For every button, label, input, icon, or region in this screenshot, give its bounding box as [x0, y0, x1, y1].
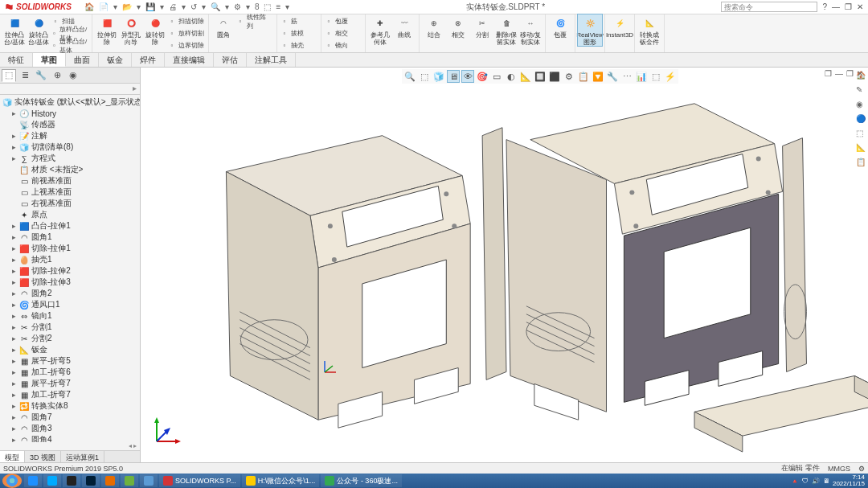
hud-button[interactable]: 🖥	[447, 70, 460, 83]
hud-button[interactable]: ⚡	[664, 70, 677, 83]
command-search-input[interactable]: 搜索命令	[721, 2, 817, 12]
ribbon-delete-body-button[interactable]: 🗑删除/保 留实体	[494, 14, 518, 46]
expand-icon[interactable]: ▸	[10, 334, 17, 342]
expand-icon[interactable]: ▸	[10, 278, 17, 286]
taskbar-item[interactable]	[140, 474, 158, 487]
close-button[interactable]: ✕	[857, 2, 863, 11]
tree-node[interactable]: ▸◠圆角1	[2, 232, 140, 243]
ribbon-small-button[interactable]: ▫边界切除	[167, 39, 206, 51]
hud-button[interactable]: ▭	[490, 70, 503, 83]
hud-button[interactable]: ⚙	[563, 70, 575, 83]
hud-button[interactable]: ◐	[505, 70, 518, 83]
status-settings-icon[interactable]: ⚙	[858, 465, 865, 473]
hud-button[interactable]: ⬚	[418, 70, 431, 83]
ribbon-small-button[interactable]: ▫包覆	[324, 15, 362, 27]
taskbar-item[interactable]	[121, 474, 138, 487]
tree-node[interactable]: ▸✂分割2	[2, 333, 140, 344]
hud-button[interactable]: 🔲	[534, 70, 547, 83]
task-pane-button[interactable]: 📋	[856, 158, 867, 169]
expand-icon[interactable]: ▸	[10, 256, 17, 264]
tree-scroll[interactable]: ◂ ▸	[0, 442, 140, 450]
manager-tab[interactable]: ≣	[18, 69, 32, 82]
expand-icon[interactable]: ▸	[10, 312, 17, 320]
ribbon-small-button[interactable]: ▫放样切割	[167, 27, 206, 39]
qat-button[interactable]: ▾	[137, 2, 141, 11]
task-pane-button[interactable]: 📐	[856, 143, 867, 154]
start-button[interactable]	[2, 474, 22, 488]
qat-button[interactable]: ▾	[113, 2, 117, 11]
task-pane-button[interactable]: 🔵	[856, 114, 867, 125]
task-pane-button[interactable]: ⬚	[856, 129, 867, 140]
hud-button[interactable]: 🔍	[403, 70, 416, 83]
ribbon-fillet-button[interactable]: ◠圆角	[211, 14, 235, 39]
tray-icon[interactable]: 🔊	[812, 478, 820, 485]
taskbar-item[interactable]	[82, 474, 100, 487]
tree-node[interactable]: ▸⇔镜向1	[2, 310, 140, 322]
ribbon-small-button[interactable]: ▫扫描切除	[167, 15, 206, 27]
ribbon-revolve-button[interactable]: 🔵旋转凸 台/基体	[27, 14, 51, 51]
tree-node[interactable]: ✦原点	[2, 209, 140, 220]
qat-button[interactable]: 🏠	[84, 2, 94, 11]
hud-button[interactable]: 🔽	[592, 70, 604, 83]
qat-button[interactable]: ⬚	[264, 2, 271, 11]
tree-node[interactable]: ▸▦展平-折弯7	[2, 378, 140, 389]
tree-node[interactable]: ▸🟥切除-拉伸1	[2, 243, 140, 254]
ribbon-tab-6[interactable]: 评估	[214, 53, 247, 67]
ribbon-tab-0[interactable]: 特征	[0, 53, 33, 67]
tree-node[interactable]: ▭上视基准面	[2, 187, 140, 198]
expand-icon[interactable]: ▸	[10, 379, 17, 388]
ribbon-small-button[interactable]: ▫线性阵 列	[235, 15, 274, 27]
hud-button[interactable]: ⬚	[649, 70, 662, 83]
hud-button[interactable]: 🧊	[432, 70, 445, 83]
ribbon-wrap-button[interactable]: 🌀包覆	[548, 14, 572, 39]
hud-button[interactable]: 🔧	[606, 70, 619, 83]
tree-node[interactable]: ▸∑方程式	[2, 153, 140, 164]
expand-icon[interactable]: ▸	[10, 413, 17, 421]
ribbon-realview-button[interactable]: 🔆RealView 图形	[578, 14, 602, 46]
qat-button[interactable]: ▾	[225, 2, 229, 11]
ribbon-curves-button[interactable]: 〰曲线	[392, 14, 416, 46]
tree-node[interactable]: ▸◠圆角3	[2, 423, 140, 434]
expand-icon[interactable]: ▸	[10, 368, 17, 376]
tree-node[interactable]: ▸◠圆角4	[2, 434, 140, 442]
status-units[interactable]: MMGS	[828, 465, 850, 473]
tree-node[interactable]: ▸🟥切除-拉伸3	[2, 277, 140, 288]
tree-node[interactable]: ▸▦展平-折弯5	[2, 355, 140, 367]
manager-tab[interactable]: ◉	[66, 69, 80, 82]
expand-icon[interactable]: ▸	[10, 301, 17, 309]
ribbon-tab-2[interactable]: 曲面	[66, 53, 99, 67]
tray-icon[interactable]: 🔺	[791, 478, 799, 485]
taskbar-item[interactable]: 公众号 - 360极速...	[321, 474, 402, 487]
ribbon-instant3d-button[interactable]: ⚡Instant3D	[608, 14, 632, 39]
expand-icon[interactable]: ▸	[10, 154, 17, 162]
ribbon-combine-button[interactable]: ⊕结合	[422, 14, 446, 46]
ribbon-small-button[interactable]: ▫边界凸台/基体	[51, 39, 89, 51]
hud-button[interactable]: 👁	[461, 70, 474, 83]
tree-node[interactable]: ▸📐钣金	[2, 344, 140, 355]
qat-button[interactable]: ↺	[190, 2, 197, 11]
tray-icon[interactable]: 🖥	[823, 478, 829, 485]
hud-button[interactable]: 📐	[519, 70, 532, 83]
ribbon-intersect-button[interactable]: ⊗相交	[446, 14, 470, 46]
tree-node[interactable]: ▭右视基准面	[2, 198, 140, 209]
mdi-control-button[interactable]: ✕	[857, 69, 863, 78]
qat-button[interactable]: ⚙	[234, 2, 241, 11]
tree-node[interactable]: ▸📝注解	[2, 130, 140, 141]
panel-chevron-icon[interactable]: ▸	[133, 84, 137, 94]
hud-button[interactable]: ⋯	[620, 70, 633, 83]
ribbon-tab-4[interactable]: 焊件	[132, 53, 165, 67]
graphics-viewport[interactable]: 🏠✎◉🔵⬚📐📋	[141, 68, 868, 464]
ribbon-tab-7[interactable]: 注解工具	[247, 53, 296, 67]
expand-icon[interactable]: ▸	[10, 267, 17, 275]
tree-node[interactable]: ▸🧊切割清单(8)	[2, 141, 140, 153]
tree-node[interactable]: 📋材质 <未指定>	[2, 164, 140, 175]
ribbon-small-button[interactable]: ▫筋	[280, 15, 318, 27]
expand-icon[interactable]: ▸	[10, 391, 17, 399]
manager-tab[interactable]: ⊕	[50, 69, 64, 82]
qat-button[interactable]: 📂	[122, 2, 132, 11]
ribbon-small-button[interactable]: ▫相交	[324, 27, 362, 39]
tree-node[interactable]: 📡传感器	[2, 119, 140, 130]
tree-node[interactable]: ▸◠圆角7	[2, 412, 140, 423]
expand-icon[interactable]: ▸	[10, 323, 17, 331]
tree-node[interactable]: ▸🌀通风口1	[2, 299, 140, 310]
